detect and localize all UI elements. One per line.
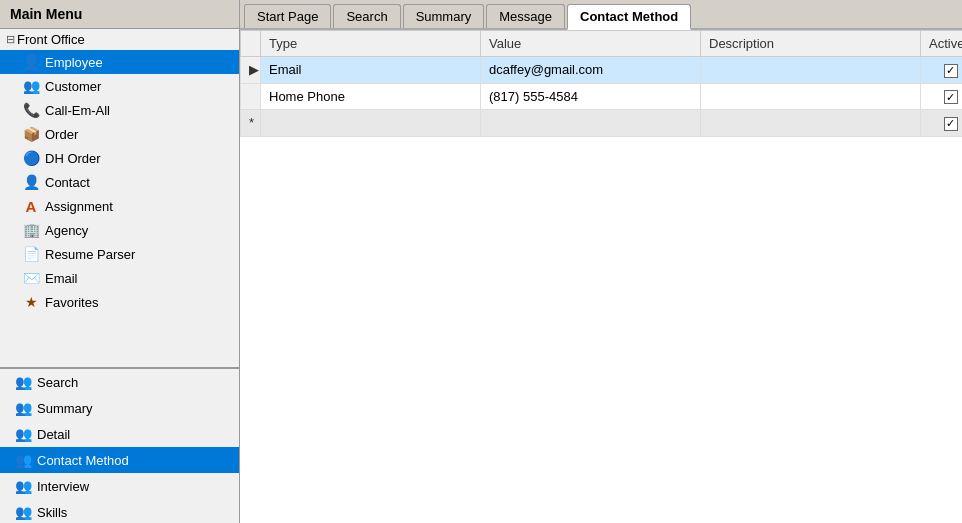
sidebar-top-scroll[interactable]: ⊟ Front Office 👤 Employee 👥 Customer 📞 C… — [0, 29, 239, 367]
resumeparser-icon: 📄 — [22, 245, 40, 263]
sub-summary-icon: 👥 — [14, 399, 32, 417]
row-indicator-1: ▶ — [241, 57, 261, 84]
employee-icon: 👤 — [22, 53, 40, 71]
sidebar-item-employee-label: Employee — [45, 55, 103, 70]
col-indicator — [241, 31, 261, 57]
dhorder-icon: 🔵 — [22, 149, 40, 167]
row-indicator-3: * — [241, 110, 261, 137]
order-icon: 📦 — [22, 125, 40, 143]
sidebar-bottom-section: 👥 Search 👥 Summary 👥 Detail 👥 Contact Me… — [0, 369, 239, 523]
row1-active-checkbox[interactable]: ✓ — [944, 64, 958, 78]
sidebar-item-contact-label: Contact — [45, 175, 90, 190]
front-office-group[interactable]: ⊟ Front Office — [0, 29, 239, 50]
sidebar-item-callem-label: Call-Em-All — [45, 103, 110, 118]
sub-item-contactmethod-label: Contact Method — [37, 453, 129, 468]
sidebar-item-customer[interactable]: 👥 Customer — [0, 74, 239, 98]
row3-type[interactable] — [261, 110, 481, 137]
main-content: Start Page Search Summary Message Contac… — [240, 0, 962, 523]
row-indicator-2 — [241, 83, 261, 110]
col-value: Value — [481, 31, 701, 57]
content-area: Type Value Description Active ▶ Email dc… — [240, 30, 962, 523]
tab-contactmethod[interactable]: Contact Method — [567, 4, 691, 30]
table-row[interactable]: ▶ Email dcaffey@gmail.com ✓ — [241, 57, 963, 84]
sidebar-item-favorites[interactable]: ★ Favorites — [0, 290, 239, 314]
col-active: Active — [921, 31, 963, 57]
sidebar-item-callem[interactable]: 📞 Call-Em-All — [0, 98, 239, 122]
sidebar-item-dhorder-label: DH Order — [45, 151, 101, 166]
sidebar-item-dhorder[interactable]: 🔵 DH Order — [0, 146, 239, 170]
tab-search[interactable]: Search — [333, 4, 400, 28]
row2-type[interactable]: Home Phone — [261, 83, 481, 110]
sidebar-item-employee[interactable]: 👤 Employee — [0, 50, 239, 74]
sub-item-search-label: Search — [37, 375, 78, 390]
tab-startpage[interactable]: Start Page — [244, 4, 331, 28]
sub-item-skills-label: Skills — [37, 505, 67, 520]
sidebar-title: Main Menu — [0, 0, 239, 29]
sidebar-item-agency[interactable]: 🏢 Agency — [0, 218, 239, 242]
row2-active-cell[interactable]: ✓ — [921, 83, 963, 110]
tab-bar: Start Page Search Summary Message Contac… — [240, 0, 962, 30]
sub-search-icon: 👥 — [14, 373, 32, 391]
sidebar-item-resumeparser[interactable]: 📄 Resume Parser — [0, 242, 239, 266]
sidebar-item-agency-label: Agency — [45, 223, 88, 238]
sidebar-bottom-scroll[interactable]: 👥 Search 👥 Summary 👥 Detail 👥 Contact Me… — [0, 369, 239, 523]
sidebar-item-assignment[interactable]: A Assignment — [0, 194, 239, 218]
sidebar-item-resumeparser-label: Resume Parser — [45, 247, 135, 262]
expand-icon: ⊟ — [6, 33, 15, 46]
assignment-icon: A — [22, 197, 40, 215]
table-row[interactable]: Home Phone (817) 555-4584 ✓ — [241, 83, 963, 110]
tab-message[interactable]: Message — [486, 4, 565, 28]
sub-detail-icon: 👥 — [14, 425, 32, 443]
row1-description[interactable] — [701, 57, 921, 84]
sidebar-item-order[interactable]: 📦 Order — [0, 122, 239, 146]
agency-icon: 🏢 — [22, 221, 40, 239]
sub-item-search[interactable]: 👥 Search — [0, 369, 239, 395]
sub-item-interview-label: Interview — [37, 479, 89, 494]
callem-icon: 📞 — [22, 101, 40, 119]
col-description: Description — [701, 31, 921, 57]
contact-icon: 👤 — [22, 173, 40, 191]
row1-active-cell[interactable]: ✓ — [921, 57, 963, 84]
table-row-new[interactable]: * ✓ — [241, 110, 963, 137]
sub-item-summary-label: Summary — [37, 401, 93, 416]
row2-description[interactable] — [701, 83, 921, 110]
sub-skills-icon: 👥 — [14, 503, 32, 521]
sub-item-summary[interactable]: 👥 Summary — [0, 395, 239, 421]
sidebar: Main Menu ⊟ Front Office 👤 Employee 👥 Cu… — [0, 0, 240, 523]
email-icon: ✉️ — [22, 269, 40, 287]
sidebar-item-contact[interactable]: 👤 Contact — [0, 170, 239, 194]
row3-active-cell[interactable]: ✓ — [921, 110, 963, 137]
sidebar-item-email-label: Email — [45, 271, 78, 286]
sub-item-contactmethod[interactable]: 👥 Contact Method — [0, 447, 239, 473]
sub-contactmethod-icon: 👥 — [14, 451, 32, 469]
sub-item-skills[interactable]: 👥 Skills — [0, 499, 239, 523]
favorites-icon: ★ — [22, 293, 40, 311]
front-office-label: Front Office — [17, 32, 85, 47]
row3-description[interactable] — [701, 110, 921, 137]
col-type: Type — [261, 31, 481, 57]
row2-active-checkbox[interactable]: ✓ — [944, 90, 958, 104]
sidebar-item-assignment-label: Assignment — [45, 199, 113, 214]
sidebar-item-email[interactable]: ✉️ Email — [0, 266, 239, 290]
row1-type[interactable]: Email — [261, 57, 481, 84]
sidebar-item-customer-label: Customer — [45, 79, 101, 94]
tab-summary[interactable]: Summary — [403, 4, 485, 28]
sidebar-item-order-label: Order — [45, 127, 78, 142]
sub-item-detail[interactable]: 👥 Detail — [0, 421, 239, 447]
sidebar-top-section: ⊟ Front Office 👤 Employee 👥 Customer 📞 C… — [0, 29, 239, 369]
customer-icon: 👥 — [22, 77, 40, 95]
sub-item-interview[interactable]: 👥 Interview — [0, 473, 239, 499]
sidebar-item-favorites-label: Favorites — [45, 295, 98, 310]
row1-value[interactable]: dcaffey@gmail.com — [481, 57, 701, 84]
row3-active-checkbox[interactable]: ✓ — [944, 117, 958, 131]
sub-item-detail-label: Detail — [37, 427, 70, 442]
contact-method-table: Type Value Description Active ▶ Email dc… — [240, 30, 962, 137]
sub-interview-icon: 👥 — [14, 477, 32, 495]
row2-value[interactable]: (817) 555-4584 — [481, 83, 701, 110]
row3-value[interactable] — [481, 110, 701, 137]
